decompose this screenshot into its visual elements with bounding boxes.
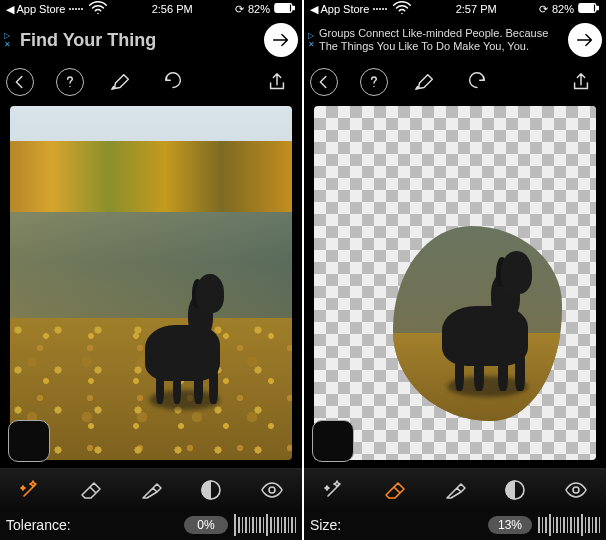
tool-tabs: [304, 468, 606, 510]
eraser-tool[interactable]: [76, 475, 106, 505]
help-button[interactable]: [56, 68, 84, 96]
subject-dog: [430, 242, 552, 394]
preview-tool[interactable]: [561, 475, 591, 505]
ad-arrow-button[interactable]: [568, 23, 602, 57]
share-button[interactable]: [566, 67, 596, 97]
slider-ticks[interactable]: [538, 514, 600, 536]
image-original: [10, 106, 292, 460]
magic-wand-tool[interactable]: [15, 475, 45, 505]
eraser-tool[interactable]: [380, 475, 410, 505]
clock: 2:56 PM: [152, 3, 193, 15]
ad-text: Find Your Thing: [20, 30, 156, 51]
status-bar: ◀︎ App Store 2:56 PM ⟳ 82%: [0, 0, 302, 18]
back-to-app[interactable]: ◀︎ App Store: [310, 3, 369, 16]
top-toolbar: [0, 62, 302, 102]
ad-arrow-button[interactable]: [264, 23, 298, 57]
preview-tool[interactable]: [257, 475, 287, 505]
slider-bar: Size: 13%: [304, 510, 606, 540]
shape-mask-tool[interactable]: [500, 475, 530, 505]
screenshot-left: ◀︎ App Store 2:56 PM ⟳ 82% ▷✕ Find Your …: [0, 0, 304, 540]
slider-label: Size:: [310, 517, 341, 533]
orientation-lock-icon: ⟳: [235, 3, 244, 16]
battery-percent: 82%: [552, 3, 574, 15]
restore-brush-tool[interactable]: [440, 475, 470, 505]
remaining-blob: [393, 226, 562, 421]
canvas-area[interactable]: [0, 102, 302, 468]
slider-ticks[interactable]: [234, 514, 296, 536]
adchoices-icon[interactable]: ▷✕: [308, 32, 315, 49]
shape-mask-tool[interactable]: [196, 475, 226, 505]
svg-rect-7: [597, 6, 599, 9]
ad-banner[interactable]: ▷✕ Groups Connect Like-minded People. Be…: [304, 18, 606, 62]
screenshot-right: ◀︎ App Store 2:57 PM ⟳ 82% ▷✕ Groups Con…: [304, 0, 608, 540]
svg-point-9: [573, 487, 579, 493]
ad-text: Groups Connect Like-minded People. Becau…: [319, 27, 562, 53]
preview-thumb[interactable]: [312, 420, 354, 462]
slider-bar: Tolerance: 0%: [0, 510, 302, 540]
svg-rect-2: [293, 6, 295, 9]
undo-button[interactable]: [462, 67, 492, 97]
help-button[interactable]: [360, 68, 388, 96]
status-bar: ◀︎ App Store 2:57 PM ⟳ 82%: [304, 0, 606, 18]
restore-brush-tool[interactable]: [136, 475, 166, 505]
magic-wand-tool[interactable]: [319, 475, 349, 505]
brush-settings-button[interactable]: [106, 67, 136, 97]
top-toolbar: [304, 62, 606, 102]
clock: 2:57 PM: [456, 3, 497, 15]
svg-rect-6: [580, 5, 594, 12]
canvas-area[interactable]: [304, 102, 606, 468]
adchoices-icon[interactable]: ▷✕: [4, 32, 16, 49]
signal-icon: [69, 8, 83, 10]
brush-settings-button[interactable]: [410, 67, 440, 97]
image-cutout: [314, 106, 596, 460]
orientation-lock-icon: ⟳: [539, 3, 548, 16]
share-button[interactable]: [262, 67, 292, 97]
battery-percent: 82%: [248, 3, 270, 15]
slider-label: Tolerance:: [6, 517, 71, 533]
back-button[interactable]: [6, 68, 34, 96]
subject-dog: [134, 265, 241, 407]
svg-rect-1: [276, 5, 290, 12]
ad-banner[interactable]: ▷✕ Find Your Thing: [0, 18, 302, 62]
signal-icon: [373, 8, 387, 10]
back-button[interactable]: [310, 68, 338, 96]
tool-tabs: [0, 468, 302, 510]
svg-point-4: [269, 487, 275, 493]
back-to-app[interactable]: ◀︎ App Store: [6, 3, 65, 16]
preview-thumb[interactable]: [8, 420, 50, 462]
slider-value: 13%: [488, 516, 532, 534]
undo-button[interactable]: [158, 67, 188, 97]
slider-value: 0%: [184, 516, 228, 534]
